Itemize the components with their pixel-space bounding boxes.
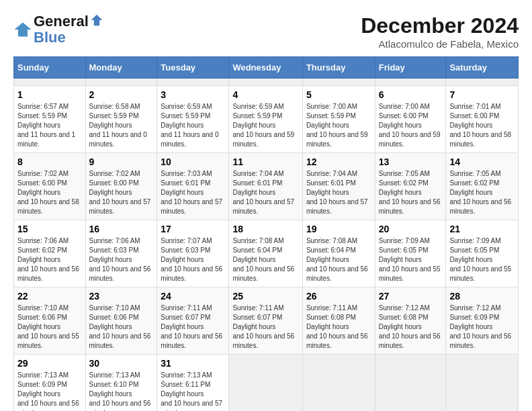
header-monday: Monday (85, 57, 157, 79)
day-info: Sunrise: 7:06 AM Sunset: 6:02 PM Dayligh… (17, 236, 82, 283)
calendar-cell: 2 Sunrise: 6:58 AM Sunset: 5:59 PM Dayli… (85, 86, 157, 153)
day-info: Sunrise: 7:06 AM Sunset: 6:03 PM Dayligh… (89, 236, 154, 283)
day-info: Sunrise: 7:05 AM Sunset: 6:02 PM Dayligh… (379, 169, 443, 216)
day-number: 25 (232, 291, 298, 302)
calendar-week-row: 29 Sunrise: 7:13 AM Sunset: 6:09 PM Dayl… (14, 355, 519, 412)
day-info: Sunrise: 7:03 AM Sunset: 6:01 PM Dayligh… (161, 169, 225, 216)
day-number: 27 (379, 291, 443, 302)
day-number: 5 (306, 89, 371, 100)
calendar-cell: 11 Sunrise: 7:04 AM Sunset: 6:01 PM Dayl… (229, 153, 302, 220)
logo: General Blue (13, 13, 103, 46)
day-number: 16 (89, 224, 154, 234)
day-number: 3 (161, 89, 225, 100)
day-number: 8 (17, 156, 82, 167)
day-number: 9 (89, 156, 154, 167)
day-info: Sunrise: 7:02 AM Sunset: 6:00 PM Dayligh… (17, 169, 82, 216)
calendar-cell: 31 Sunrise: 7:13 AM Sunset: 6:11 PM Dayl… (157, 355, 229, 412)
calendar-cell (446, 355, 519, 412)
day-number: 1 (17, 89, 82, 100)
calendar-cell (229, 79, 302, 86)
calendar-cell: 30 Sunrise: 7:13 AM Sunset: 6:10 PM Dayl… (85, 355, 157, 412)
calendar-cell (85, 79, 157, 86)
calendar-cell: 27 Sunrise: 7:12 AM Sunset: 6:08 PM Dayl… (375, 287, 446, 355)
day-info: Sunrise: 7:12 AM Sunset: 6:09 PM Dayligh… (449, 304, 515, 351)
calendar-cell (302, 355, 375, 412)
calendar-cell (229, 355, 302, 412)
calendar-cell: 22 Sunrise: 7:10 AM Sunset: 6:06 PM Dayl… (14, 287, 86, 355)
day-info: Sunrise: 7:02 AM Sunset: 6:00 PM Dayligh… (89, 169, 154, 216)
day-info: Sunrise: 7:05 AM Sunset: 6:02 PM Dayligh… (449, 169, 515, 216)
day-info: Sunrise: 7:13 AM Sunset: 6:11 PM Dayligh… (161, 371, 225, 411)
calendar-cell: 28 Sunrise: 7:12 AM Sunset: 6:09 PM Dayl… (446, 287, 519, 355)
calendar-cell (375, 79, 446, 86)
day-info: Sunrise: 6:59 AM Sunset: 5:59 PM Dayligh… (161, 102, 225, 149)
day-number: 28 (449, 291, 515, 302)
day-info: Sunrise: 7:13 AM Sunset: 6:10 PM Dayligh… (89, 371, 154, 411)
calendar-cell (375, 355, 446, 412)
day-number: 23 (89, 291, 154, 302)
calendar-cell (302, 79, 375, 86)
day-number: 21 (449, 224, 515, 234)
day-number: 31 (161, 358, 225, 369)
calendar-cell: 5 Sunrise: 7:00 AM Sunset: 5:59 PM Dayli… (302, 86, 375, 153)
calendar-cell: 19 Sunrise: 7:08 AM Sunset: 6:04 PM Dayl… (302, 220, 375, 287)
day-number: 17 (161, 224, 225, 234)
title-section: December 2024 Atlacomulco de Fabela, Mex… (361, 13, 519, 50)
day-number: 14 (449, 156, 515, 167)
calendar-cell: 8 Sunrise: 7:02 AM Sunset: 6:00 PM Dayli… (14, 153, 86, 220)
location: Atlacomulco de Fabela, Mexico (361, 38, 519, 50)
calendar-cell: 17 Sunrise: 7:07 AM Sunset: 6:03 PM Dayl… (157, 220, 229, 287)
day-number: 18 (232, 224, 298, 234)
day-number: 19 (306, 224, 371, 234)
day-number: 24 (161, 291, 225, 302)
header-saturday: Saturday (446, 57, 519, 79)
calendar-cell: 26 Sunrise: 7:11 AM Sunset: 6:08 PM Dayl… (302, 287, 375, 355)
header-thursday: Thursday (302, 57, 375, 79)
calendar-week-row: 1 Sunrise: 6:57 AM Sunset: 5:59 PM Dayli… (14, 86, 519, 153)
calendar-week-row: 8 Sunrise: 7:02 AM Sunset: 6:00 PM Dayli… (14, 153, 519, 220)
day-info: Sunrise: 7:08 AM Sunset: 6:04 PM Dayligh… (306, 236, 371, 283)
day-info: Sunrise: 7:11 AM Sunset: 6:08 PM Dayligh… (306, 304, 371, 351)
header-sunday: Sunday (14, 57, 86, 79)
day-info: Sunrise: 7:00 AM Sunset: 6:00 PM Dayligh… (379, 102, 443, 149)
calendar-header-row: Sunday Monday Tuesday Wednesday Thursday… (14, 57, 519, 79)
header-friday: Friday (375, 57, 446, 79)
day-info: Sunrise: 7:09 AM Sunset: 6:05 PM Dayligh… (449, 236, 515, 283)
calendar-week-row (14, 79, 519, 86)
calendar-cell: 3 Sunrise: 6:59 AM Sunset: 5:59 PM Dayli… (157, 86, 229, 153)
day-info: Sunrise: 7:07 AM Sunset: 6:03 PM Dayligh… (161, 236, 225, 283)
day-number: 10 (161, 156, 225, 167)
day-number: 26 (306, 291, 371, 302)
calendar-cell: 9 Sunrise: 7:02 AM Sunset: 6:00 PM Dayli… (85, 153, 157, 220)
day-info: Sunrise: 7:04 AM Sunset: 6:01 PM Dayligh… (232, 169, 298, 216)
day-info: Sunrise: 6:59 AM Sunset: 5:59 PM Dayligh… (232, 102, 298, 149)
day-number: 11 (232, 156, 298, 167)
day-number: 2 (89, 89, 154, 100)
day-info: Sunrise: 7:08 AM Sunset: 6:04 PM Dayligh… (232, 236, 298, 283)
day-info: Sunrise: 6:57 AM Sunset: 5:59 PM Dayligh… (17, 102, 82, 149)
calendar-cell: 15 Sunrise: 7:06 AM Sunset: 6:02 PM Dayl… (14, 220, 86, 287)
calendar-cell: 4 Sunrise: 6:59 AM Sunset: 5:59 PM Dayli… (229, 86, 302, 153)
calendar-cell: 16 Sunrise: 7:06 AM Sunset: 6:03 PM Dayl… (85, 220, 157, 287)
calendar-cell (446, 79, 519, 86)
day-info: Sunrise: 7:00 AM Sunset: 5:59 PM Dayligh… (306, 102, 371, 149)
day-number: 20 (379, 224, 443, 234)
calendar-cell: 20 Sunrise: 7:09 AM Sunset: 6:05 PM Dayl… (375, 220, 446, 287)
day-number: 13 (379, 156, 443, 167)
calendar-cell: 29 Sunrise: 7:13 AM Sunset: 6:09 PM Dayl… (14, 355, 86, 412)
day-number: 29 (17, 358, 82, 369)
calendar-cell: 7 Sunrise: 7:01 AM Sunset: 6:00 PM Dayli… (446, 86, 519, 153)
day-number: 7 (449, 89, 515, 100)
logo-icon (13, 20, 32, 39)
day-number: 22 (17, 291, 82, 302)
day-number: 30 (89, 358, 154, 369)
header-tuesday: Tuesday (157, 57, 229, 79)
calendar-cell (157, 79, 229, 86)
calendar-cell: 10 Sunrise: 7:03 AM Sunset: 6:01 PM Dayl… (157, 153, 229, 220)
header-wednesday: Wednesday (229, 57, 302, 79)
calendar-cell: 1 Sunrise: 6:57 AM Sunset: 5:59 PM Dayli… (14, 86, 86, 153)
day-number: 15 (17, 224, 82, 234)
day-info: Sunrise: 7:01 AM Sunset: 6:00 PM Dayligh… (449, 102, 515, 149)
day-info: Sunrise: 7:09 AM Sunset: 6:05 PM Dayligh… (379, 236, 443, 283)
day-number: 12 (306, 156, 371, 167)
